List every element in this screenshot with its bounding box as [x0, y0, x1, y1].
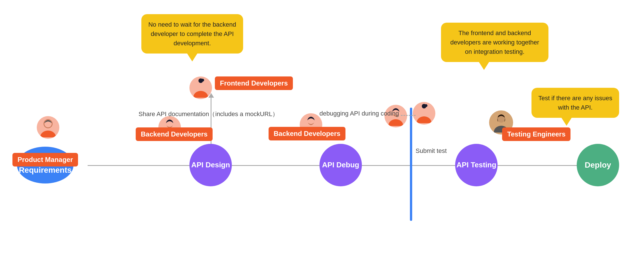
avatar-frontend-dev	[189, 76, 212, 99]
bubble-testing-text: Test if there are any issues with the AP…	[538, 95, 612, 111]
dashed-connect-avatars	[401, 115, 416, 116]
bubble-integration-text: The frontend and backend developers are …	[450, 29, 539, 55]
node-api-testing-label: API Testing	[456, 160, 496, 170]
svg-point-17	[417, 116, 431, 123]
label-debugging-api-text: debugging API during coding	[319, 110, 399, 117]
node-api-design: API Design	[189, 144, 232, 186]
avatar-product-manager	[37, 116, 59, 139]
bubble-frontend-text: No need to wait for the backend develope…	[148, 21, 236, 47]
svg-point-1	[40, 131, 56, 137]
badge-backend-dev-2-label: Backend Developers	[274, 130, 340, 137]
svg-point-16	[425, 104, 427, 107]
svg-point-13	[388, 119, 403, 126]
badge-product-manager: Product Manager	[12, 153, 78, 166]
badge-backend-dev-1-label: Backend Developers	[141, 130, 208, 138]
node-api-design-label: API Design	[191, 160, 230, 170]
node-api-debug: API Debug	[319, 144, 362, 186]
badge-frontend-dev: Frontend Developers	[215, 76, 293, 90]
svg-point-9	[193, 91, 208, 98]
badge-product-manager-label: Product Manager	[18, 156, 73, 163]
label-submit-test-text: Submit test	[416, 147, 447, 154]
node-deploy-label: Deploy	[585, 161, 611, 170]
bubble-frontend-dev: No need to wait for the backend develope…	[141, 14, 243, 54]
bubble-integration: The frontend and backend developers are …	[441, 23, 548, 62]
badge-backend-dev-2: Backend Developers	[269, 127, 345, 140]
bubble-testing: Test if there are any issues with the AP…	[531, 88, 619, 118]
avatar-integration-frontend	[413, 102, 435, 125]
badge-testing-engineers-label: Testing Engineers	[507, 130, 565, 138]
label-submit-test: Submit test	[416, 147, 447, 155]
label-share-api-doc-text: Share API documentation（includes a mockU…	[139, 110, 278, 118]
arrow-req-to-design	[88, 165, 198, 166]
diagram-container: Product Requirements API Design API Debu…	[0, 0, 644, 269]
arrow-testing-to-deploy	[498, 165, 585, 166]
badge-testing-engineers: Testing Engineers	[502, 127, 570, 141]
badge-backend-dev-1: Backend Developers	[136, 127, 213, 141]
node-deploy: Deploy	[577, 144, 619, 186]
node-api-debug-label: API Debug	[322, 160, 359, 170]
node-api-testing: API Testing	[455, 144, 498, 186]
label-debugging-api: debugging API during coding	[319, 110, 399, 117]
svg-point-8	[201, 79, 204, 82]
badge-frontend-dev-label: Frontend Developers	[220, 79, 288, 87]
label-share-api-doc: Share API documentation（includes a mockU…	[139, 110, 278, 118]
vertical-blue-line	[410, 108, 412, 221]
